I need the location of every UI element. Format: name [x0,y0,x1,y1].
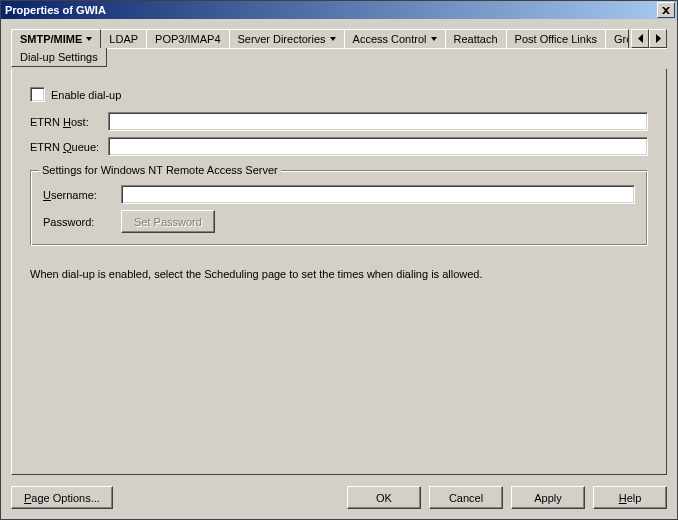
etrn-host-input[interactable] [108,112,648,131]
window-title: Properties of GWIA [3,4,657,16]
titlebar: Properties of GWIA [1,1,677,19]
tab-post-office-links[interactable]: Post Office Links [506,29,606,48]
tab-label: POP3/IMAP4 [155,33,220,45]
ras-fieldset: Settings for Windows NT Remote Access Se… [30,170,648,246]
chevron-right-icon [656,34,661,43]
set-password-button[interactable]: Set Password [121,210,215,233]
tab-ldap[interactable]: LDAP [100,29,147,48]
tab-label: Post Office Links [515,33,597,45]
subtab-label: Dial-up Settings [20,51,98,63]
tab-server-directories[interactable]: Server Directories [229,29,345,48]
enable-dialup-checkbox[interactable] [30,87,45,102]
tab-label: Server Directories [238,33,326,45]
tab-label: Reattach [454,33,498,45]
password-label: Password: [43,216,121,228]
info-text: When dial-up is enabled, select the Sche… [30,268,648,280]
tab-panel: Enable dial-up ETRN Host: ETRN Queue: Se… [11,69,667,475]
etrn-host-row: ETRN Host: [30,112,648,131]
tab-label: GroupW [614,33,629,45]
tab-label: LDAP [109,33,138,45]
apply-button[interactable]: Apply [511,486,585,509]
enable-dialup-row: Enable dial-up [30,87,648,102]
tab-pop3-imap4[interactable]: POP3/IMAP4 [146,29,229,48]
tab-scroll-right[interactable] [649,29,667,48]
subtab-dialup-settings[interactable]: Dial-up Settings [11,48,107,67]
tab-reattach[interactable]: Reattach [445,29,507,48]
tabs-area: SMTP/MIME LDAP POP3/IMAP4 Server Directo… [1,19,677,67]
username-row: Username: [43,185,635,204]
tab-scroll-nav [631,29,667,48]
etrn-queue-row: ETRN Queue: [30,137,648,156]
tab-access-control[interactable]: Access Control [344,29,446,48]
chevron-down-icon [86,37,92,41]
username-input[interactable] [121,185,635,204]
tab-label: Access Control [353,33,427,45]
password-row: Password: Set Password [43,210,635,233]
cancel-button[interactable]: Cancel [429,486,503,509]
subtab-row: Dial-up Settings [11,48,667,67]
tab-strip: SMTP/MIME LDAP POP3/IMAP4 Server Directo… [11,29,667,49]
footer: Page Options... OK Cancel Apply Help [11,486,667,509]
etrn-queue-input[interactable] [108,137,648,156]
tab-label: SMTP/MIME [20,33,82,45]
ok-button[interactable]: OK [347,486,421,509]
close-button[interactable] [657,2,675,18]
window: Properties of GWIA SMTP/MIME LDAP POP3/I… [0,0,678,520]
enable-dialup-label: Enable dial-up [51,89,121,101]
ras-legend: Settings for Windows NT Remote Access Se… [39,164,281,176]
chevron-down-icon [330,37,336,41]
chevron-left-icon [638,34,643,43]
tab-groupwise-cut[interactable]: GroupW [605,29,629,48]
etrn-queue-label: ETRN Queue: [30,141,108,153]
chevron-down-icon [431,37,437,41]
etrn-host-label: ETRN Host: [30,116,108,128]
tab-smtp-mime[interactable]: SMTP/MIME [11,29,101,49]
help-button[interactable]: Help [593,486,667,509]
close-icon [662,7,670,14]
tab-scroll-left[interactable] [631,29,649,48]
username-label: Username: [43,189,121,201]
page-options-button[interactable]: Page Options... [11,486,113,509]
